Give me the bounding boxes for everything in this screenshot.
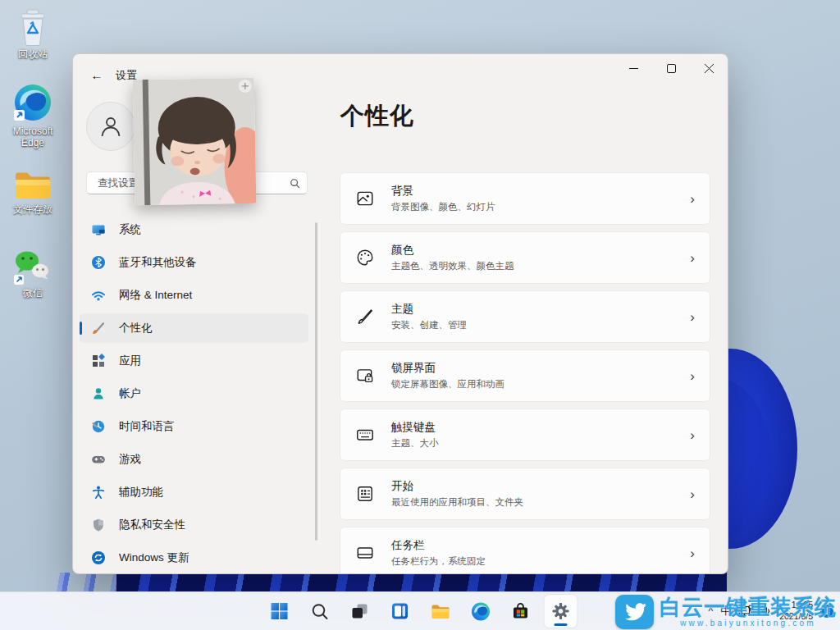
nav-item-windows-update[interactable]: Windows 更新 xyxy=(80,543,308,573)
desktop: 回收站 Microsoft Edge xyxy=(0,0,840,630)
folder-icon xyxy=(1,167,65,203)
desktop-icon-label: 微信 xyxy=(1,288,65,299)
card-subtitle: 安装、创建、管理 xyxy=(391,319,467,331)
active-app-indicator xyxy=(555,623,568,626)
ime-indicator[interactable]: 中 xyxy=(720,604,731,619)
card-title: 任务栏 xyxy=(391,538,486,553)
notification-badge[interactable]: 1 xyxy=(820,605,833,618)
taskbar-center-icons xyxy=(263,595,578,628)
nav-item-bluetooth-devices[interactable]: 蓝牙和其他设备 xyxy=(80,248,308,277)
desktop-icon-recycle-bin[interactable]: 回收站 xyxy=(1,7,65,61)
back-button[interactable]: ← xyxy=(84,64,109,85)
nav-label: 辅助功能 xyxy=(119,485,163,500)
palette-icon xyxy=(355,248,375,267)
brush-icon xyxy=(355,307,375,326)
desktop-icon-file-storage[interactable]: 文件存放 xyxy=(1,167,65,216)
nav-label: 游戏 xyxy=(119,452,141,467)
edge-icon xyxy=(1,82,65,125)
settings-cards: 背景 背景图像、颜色、幻灯片 › xyxy=(340,172,710,574)
wechat-icon xyxy=(1,249,65,286)
search-icon xyxy=(310,602,329,621)
nav-label: 应用 xyxy=(119,354,141,368)
chevron-right-icon: › xyxy=(690,310,695,324)
task-view-icon xyxy=(350,601,370,621)
volume-icon[interactable] xyxy=(760,605,772,617)
photo-overlay xyxy=(133,78,257,206)
apps-icon xyxy=(91,354,106,368)
accessibility-icon xyxy=(91,485,106,500)
wallpaper-bloom-strip-light xyxy=(52,573,116,592)
lock-screen-icon xyxy=(355,366,375,386)
shield-icon xyxy=(91,518,106,532)
bluetooth-icon xyxy=(91,255,106,270)
accounts-icon xyxy=(91,386,106,401)
card-subtitle: 主题色、透明效果、颜色主题 xyxy=(391,260,514,272)
widgets-icon xyxy=(390,601,410,621)
nav-scrollbar[interactable] xyxy=(315,222,317,541)
file-explorer-icon xyxy=(430,602,450,621)
card-touch-keyboard[interactable]: 触摸键盘 主题、大小 › xyxy=(340,409,710,461)
card-subtitle: 任务栏行为，系统固定 xyxy=(391,555,486,568)
nav-label: 系统 xyxy=(119,222,141,237)
card-start[interactable]: 开始 最近使用的应用和项目、文件夹 › xyxy=(340,468,710,520)
card-background[interactable]: 背景 背景图像、颜色、幻灯片 › xyxy=(340,172,710,225)
hidden-icons-chevron[interactable]: ^ xyxy=(708,605,713,617)
keyboard-icon xyxy=(355,425,375,445)
desktop-icon-label: 回收站 xyxy=(1,49,65,61)
update-icon xyxy=(91,550,106,565)
nav-label: Windows 更新 xyxy=(119,550,189,565)
card-subtitle: 背景图像、颜色、幻灯片 xyxy=(391,201,495,213)
chevron-right-icon: › xyxy=(690,428,695,442)
card-subtitle: 主题、大小 xyxy=(391,437,439,450)
wifi-icon xyxy=(91,288,106,303)
file-explorer-button[interactable] xyxy=(424,595,457,628)
card-title: 触摸键盘 xyxy=(391,420,439,435)
card-title: 背景 xyxy=(391,184,495,199)
card-themes[interactable]: 主题 安装、创建、管理 › xyxy=(340,290,710,343)
wallpaper-bloom-petal xyxy=(725,316,840,554)
card-title: 锁屏界面 xyxy=(391,361,504,376)
nav-item-personalization[interactable]: 个性化 xyxy=(80,313,308,343)
store-icon xyxy=(511,601,531,621)
page-title: 个性化 xyxy=(340,100,414,133)
card-taskbar[interactable]: 任务栏 任务栏行为，系统固定 › xyxy=(340,527,710,574)
edge-button[interactable] xyxy=(464,595,497,628)
desktop-icon-wechat[interactable]: 微信 xyxy=(1,249,65,299)
desktop-icon-label: 文件存放 xyxy=(1,204,65,216)
nav-item-privacy-security[interactable]: 隐私和安全性 xyxy=(80,510,308,540)
taskbar-icon xyxy=(355,543,375,563)
personalization-page: 个性化 xyxy=(340,54,710,574)
nav-item-apps[interactable]: 应用 xyxy=(80,346,308,376)
edge-icon xyxy=(470,601,491,622)
chevron-right-icon: › xyxy=(690,546,695,560)
card-lock-screen[interactable]: 锁屏界面 锁定屏幕图像、应用和动画 › xyxy=(340,349,710,402)
person-icon xyxy=(98,114,123,139)
taskbar: ^ 中 14:25 2021/8/5 xyxy=(0,591,840,630)
nav-item-network-internet[interactable]: 网络 & Internet xyxy=(80,281,308,310)
nav-item-gaming[interactable]: 游戏 xyxy=(80,445,308,474)
card-colors[interactable]: 颜色 主题色、透明效果、颜色主题 › xyxy=(340,231,710,284)
chevron-right-icon: › xyxy=(690,369,695,383)
system-icon xyxy=(91,222,106,237)
card-title: 开始 xyxy=(391,479,523,494)
recycle-bin-icon xyxy=(1,7,65,48)
taskbar-search-button[interactable] xyxy=(304,595,336,628)
clock[interactable]: 14:25 2021/8/5 xyxy=(779,600,813,622)
microsoft-store-button[interactable] xyxy=(504,595,537,628)
start-button[interactable] xyxy=(263,595,296,628)
desktop-icon-edge[interactable]: Microsoft Edge xyxy=(1,82,65,149)
widgets-button[interactable] xyxy=(384,595,417,628)
settings-button[interactable] xyxy=(545,595,578,628)
nav-label: 蓝牙和其他设备 xyxy=(119,255,197,270)
nav-item-time-language[interactable]: 时间和语言 xyxy=(80,412,308,441)
nav-item-accounts[interactable]: 帐户 xyxy=(80,379,308,409)
user-avatar[interactable] xyxy=(86,102,135,151)
network-icon[interactable] xyxy=(738,605,753,618)
tray-time: 14:25 xyxy=(792,600,813,609)
chevron-right-icon: › xyxy=(690,251,695,265)
windows-logo-icon xyxy=(270,601,290,621)
nav-item-system[interactable]: 系统 xyxy=(80,215,308,244)
search-icon xyxy=(290,178,300,189)
nav-item-accessibility[interactable]: 辅助功能 xyxy=(80,477,308,507)
task-view-button[interactable] xyxy=(344,595,377,628)
